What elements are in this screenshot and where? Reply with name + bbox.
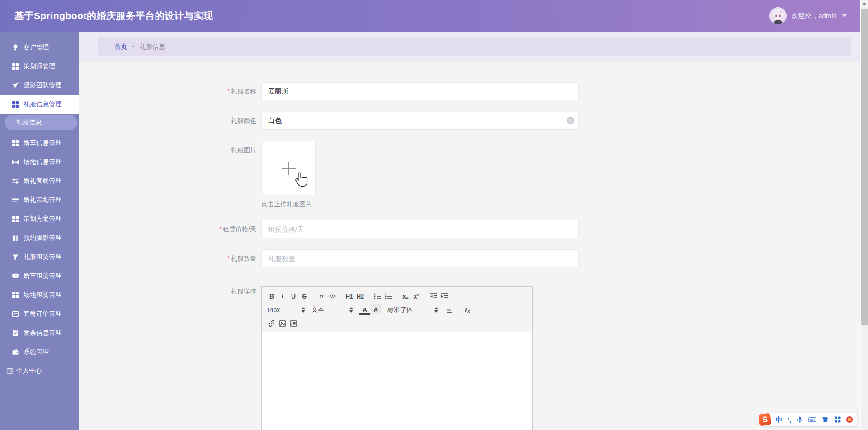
required-mark: *: [227, 88, 230, 95]
chevron-down-icon: [842, 14, 847, 17]
main-content: 首页 • 礼服信息 *礼服名称 礼服颜色 ✕: [79, 32, 860, 430]
sidebar-item-planning-scheme-mgmt[interactable]: 策划方案管理: [0, 210, 79, 229]
sidebar-item-label: 策划师管理: [24, 62, 55, 70]
app-header: 基于Springboot的婚庆服务平台的设计与实现 欢迎您，admin: [0, 0, 860, 32]
sidebar-item-customer-mgmt[interactable]: 客户管理: [0, 38, 79, 57]
app-title: 基于Springboot的婚庆服务平台的设计与实现: [14, 9, 213, 22]
sidebar-item-photo-team-mgmt[interactable]: 摄影团队管理: [0, 76, 79, 95]
field-label: *租赁价格/天: [79, 220, 261, 233]
text-style-picker[interactable]: 文本: [311, 304, 353, 315]
sidebar-item-label: 发票信息管理: [24, 329, 61, 337]
list-lines-icon: [12, 196, 19, 204]
sidebar-item-invoice-info-mgmt[interactable]: 发票信息管理: [0, 323, 79, 342]
wallet-icon: [12, 348, 19, 355]
sidebar-item-dress-info-mgmt[interactable]: 礼服信息管理: [0, 95, 79, 114]
font-size-picker[interactable]: 14px: [266, 304, 305, 315]
insert-image-button[interactable]: [277, 318, 288, 329]
breadcrumb-home-link[interactable]: 首页: [114, 43, 127, 51]
editor-toolbar: B I U S ” </> H1 H2: [262, 287, 532, 332]
ime-chinese-mode-button[interactable]: 中: [776, 416, 783, 424]
window-scrollbar[interactable]: [860, 0, 868, 430]
subscript-button[interactable]: x₂: [400, 291, 411, 302]
editor-content-area[interactable]: [262, 332, 532, 430]
scrollbar-thumb[interactable]: [861, 9, 868, 325]
keyboard-icon[interactable]: [808, 416, 816, 423]
superscript-button[interactable]: x²: [411, 291, 422, 302]
insert-link-button[interactable]: [266, 318, 277, 329]
user-avatar[interactable]: [769, 7, 787, 24]
sidebar-item-wedding-car-info-mgmt[interactable]: 婚车信息管理: [0, 134, 79, 153]
sidebar-item-venue-info-mgmt[interactable]: 场地信息管理: [0, 153, 79, 172]
indent-button[interactable]: [439, 291, 450, 302]
form-row-dress-quantity: *礼服数量: [79, 249, 860, 267]
sidebar-item-package-order-mgmt[interactable]: 套餐订单管理: [0, 304, 79, 323]
clear-format-button[interactable]: Tₓ: [462, 304, 472, 315]
outdent-button[interactable]: [428, 291, 439, 302]
insert-video-button[interactable]: [288, 318, 299, 329]
strikethrough-button[interactable]: S: [299, 291, 310, 302]
sidebar-subitem-label: 礼服信息: [16, 118, 42, 126]
bullet-list-button[interactable]: [383, 291, 394, 302]
align-button[interactable]: [444, 304, 455, 315]
form-row-dress-name: *礼服名称: [79, 82, 860, 100]
required-mark: *: [227, 255, 230, 262]
sidebar-item-label: 婚礼策划管理: [24, 196, 61, 204]
sidebar-item-wedding-car-rental-mgmt[interactable]: 婚车租赁管理: [0, 266, 79, 285]
font-color-button[interactable]: A: [359, 306, 370, 315]
grid-icon: [12, 140, 19, 147]
sidebar-subitem-dress-info[interactable]: 礼服信息: [5, 115, 77, 130]
field-label: *礼服名称: [79, 82, 261, 95]
sidebar-item-label: 策划方案管理: [24, 215, 61, 223]
field-label: 礼服图片: [79, 141, 261, 154]
ime-punctuation-button[interactable]: ’,: [788, 416, 791, 424]
sidebar-item-system-mgmt[interactable]: 系统管理: [0, 342, 79, 361]
sidebar-item-wedding-package-mgmt[interactable]: 婚礼套餐管理: [0, 172, 79, 191]
dress-color-input[interactable]: [261, 112, 579, 130]
blockquote-button[interactable]: ”: [316, 291, 327, 302]
sidebar: 客户管理 策划师管理 摄影团队管理 礼服信息管理 礼服信息: [0, 32, 79, 430]
sidebar-item-dress-rental-mgmt[interactable]: 礼服租赁管理: [0, 248, 79, 266]
skin-tshirt-icon[interactable]: [821, 416, 829, 423]
clipboard-icon: [12, 329, 19, 337]
chart-icon: [12, 310, 19, 318]
ime-settings-icon[interactable]: [846, 416, 853, 423]
card-icon: [6, 367, 14, 374]
bulb-icon: [12, 44, 19, 51]
header1-button[interactable]: H1: [344, 291, 355, 302]
rental-price-input[interactable]: [261, 220, 579, 238]
sliders-icon: [12, 178, 19, 185]
breadcrumb-zone: 首页 • 礼服信息: [79, 32, 860, 62]
sidebar-item-personal-center[interactable]: 个人中心: [0, 361, 79, 380]
dress-quantity-input[interactable]: [261, 249, 579, 267]
dress-info-form: *礼服名称 礼服颜色 ✕ 礼服图片 点击上传礼服图片: [79, 62, 860, 430]
ime-toolbar: S 中 ’,: [762, 413, 857, 426]
picker-arrows-icon: [302, 307, 305, 313]
sidebar-item-label: 婚车信息管理: [24, 139, 61, 147]
sidebar-item-wedding-planning-mgmt[interactable]: 婚礼策划管理: [0, 191, 79, 210]
form-row-dress-detail: 礼服详情 B I U S ” </>: [79, 286, 860, 430]
sidebar-item-photo-booking-mgmt[interactable]: 预约摄影管理: [0, 229, 79, 248]
toolbox-grid-icon[interactable]: [834, 416, 841, 423]
image-upload-button[interactable]: [261, 141, 316, 195]
code-block-button[interactable]: </>: [327, 291, 338, 302]
italic-button[interactable]: I: [277, 291, 288, 302]
sidebar-item-planner-mgmt[interactable]: 策划师管理: [0, 57, 79, 76]
ime-logo-icon[interactable]: S: [758, 413, 771, 426]
microphone-icon[interactable]: [796, 416, 803, 423]
bold-button[interactable]: B: [266, 291, 277, 302]
form-row-dress-image: 礼服图片 点击上传礼服图片: [79, 141, 860, 209]
scrollbar-up-arrow-icon[interactable]: [862, 2, 867, 5]
clear-input-icon[interactable]: ✕: [567, 117, 574, 124]
sidebar-item-label: 场地租赁管理: [24, 291, 61, 299]
dress-name-input[interactable]: [261, 82, 579, 100]
header2-button[interactable]: H2: [355, 291, 366, 302]
font-family-picker[interactable]: 标准字体: [387, 304, 438, 315]
background-color-button[interactable]: A: [370, 304, 381, 315]
chat-icon: [12, 272, 19, 280]
underline-button[interactable]: U: [288, 291, 299, 302]
avatar-illustration: [769, 7, 787, 24]
sidebar-item-venue-rental-mgmt[interactable]: 场地租赁管理: [0, 285, 79, 304]
user-menu[interactable]: 欢迎您，admin: [769, 7, 847, 24]
ordered-list-button[interactable]: [372, 291, 383, 302]
grid-icon: [12, 291, 19, 299]
